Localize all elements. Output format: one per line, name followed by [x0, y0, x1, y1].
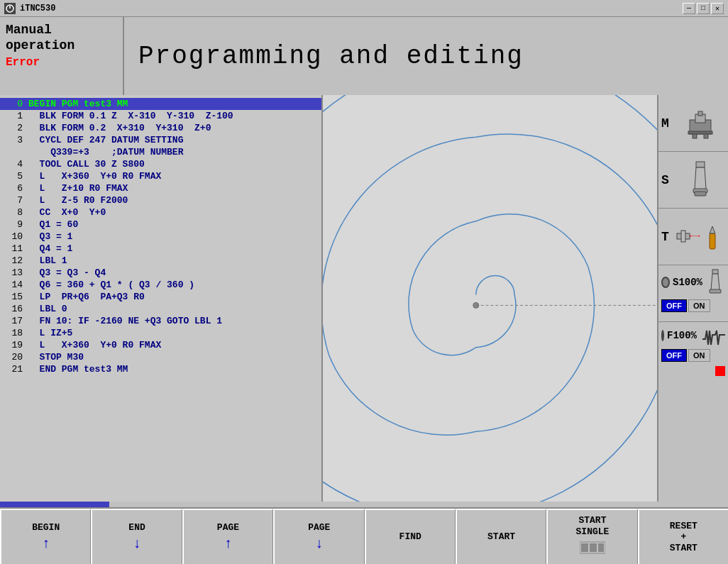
line-number: 2	[3, 123, 23, 133]
code-line[interactable]: 14 Q6 = 360 + Q1 * ( Q3 / 360 )	[0, 279, 321, 291]
code-line[interactable]: 21 END PGM test3 MM	[0, 363, 321, 375]
sidebar-s100-area: S100% OFF ON	[658, 265, 728, 322]
line-text: FN 10: IF -2160 NE +Q3 GOTO LBL 1	[28, 316, 222, 326]
minimize-button[interactable]: —	[683, 3, 695, 14]
s100-icon	[705, 268, 725, 297]
s100-buttons: OFF ON	[661, 299, 725, 312]
line-number: 15	[3, 292, 23, 302]
s100-off-button[interactable]: OFF	[661, 299, 687, 312]
start-label: START	[487, 531, 515, 543]
line-text: L X+360 Y+0 R0 FMAX	[28, 171, 161, 182]
code-line[interactable]: 11 Q4 = 1	[0, 243, 321, 255]
line-text: LBL 1	[28, 255, 67, 266]
line-number: 17	[3, 316, 23, 326]
f100-icon	[700, 325, 728, 346]
title-area: Programming and editing	[124, 17, 728, 95]
left-panel: Manual operation Error	[0, 17, 124, 95]
s100-top: S100%	[661, 268, 725, 297]
f100-on-button[interactable]: ON	[688, 349, 710, 362]
code-line[interactable]: 2 BLK FORM 0.2 X+310 Y+310 Z+0	[0, 122, 321, 134]
line-text: Q3 = 1	[28, 231, 72, 242]
s100-knob[interactable]	[661, 277, 670, 288]
code-line[interactable]: 3 CYCL DEF 247 DATUM SETTING	[0, 134, 321, 146]
maximize-button[interactable]: □	[697, 3, 710, 14]
line-text: STOP M30	[28, 352, 84, 363]
line-number: 4	[3, 159, 23, 170]
line-text: BLK FORM 0.2 X+310 Y+310 Z+0	[28, 123, 211, 133]
code-line[interactable]: 9 Q1 = 60	[0, 219, 321, 231]
code-panel[interactable]: 0BEGIN PGM test3 MM1 BLK FORM 0.1 Z X-31…	[0, 95, 323, 502]
end-label: END	[128, 522, 145, 533]
error-label: Error	[6, 56, 117, 69]
line-text: CC X+0 Y+0	[28, 207, 106, 218]
f100-buttons: OFF ON	[661, 349, 725, 362]
start-single-button[interactable]: STARTSINGLE	[546, 509, 637, 564]
close-button[interactable]: ✕	[711, 3, 724, 14]
svg-marker-18	[710, 226, 715, 233]
code-line[interactable]: 0BEGIN PGM test3 MM	[0, 98, 321, 110]
svg-rect-23	[590, 543, 597, 552]
sidebar-m-item: M	[658, 95, 728, 152]
s100-on-button[interactable]: ON	[688, 299, 710, 312]
line-number: 9	[3, 219, 23, 230]
line-number: 11	[3, 243, 23, 254]
f100-off-button[interactable]: OFF	[661, 349, 687, 362]
begin-button[interactable]: BEGIN ↑	[0, 509, 91, 564]
find-label: FIND	[399, 531, 421, 543]
code-line[interactable]: 6 L Z+10 R0 FMAX	[0, 182, 321, 194]
code-line[interactable]: 12 LBL 1	[0, 255, 321, 267]
start-button[interactable]: START	[456, 509, 546, 564]
line-text: LP PR+Q6 PA+Q3 R0	[28, 292, 145, 302]
line-number: 16	[3, 304, 23, 314]
start-single-icon	[580, 541, 605, 559]
line-text: END PGM test3 MM	[28, 364, 128, 375]
svg-rect-10	[688, 131, 712, 134]
app-icon	[4, 3, 16, 14]
code-line[interactable]: 1 BLK FORM 0.1 Z X-310 Y-310 Z-100	[0, 110, 321, 122]
page-up-label: PAGE	[217, 522, 239, 533]
svg-rect-7	[698, 111, 702, 116]
line-number: 6	[3, 183, 23, 194]
start-single-label: STARTSINGLE	[576, 515, 610, 537]
svg-rect-19	[712, 270, 718, 274]
spindle-icon	[675, 160, 725, 199]
app-title: iTNC530	[20, 4, 55, 13]
code-line[interactable]: 18 L IZ+5	[0, 327, 321, 339]
content-area: 0BEGIN PGM test3 MM1 BLK FORM 0.1 Z X-31…	[0, 95, 728, 502]
code-line[interactable]: Q339=+3 ;DATUM NUMBER	[0, 146, 321, 158]
sidebar-m-label: M	[661, 116, 675, 131]
code-line[interactable]: 15 LP PR+Q6 PA+Q3 R0	[0, 291, 321, 303]
code-line[interactable]: 8 CC X+0 Y+0	[0, 206, 321, 219]
code-line[interactable]: 19 L X+360 Y+0 R0 FMAX	[0, 339, 321, 351]
code-line[interactable]: 4 TOOL CALL 30 Z S800	[0, 158, 321, 170]
sidebar-s-label: S	[661, 173, 675, 187]
code-line[interactable]: 10 Q3 = 1	[0, 231, 321, 243]
line-number: 10	[3, 231, 23, 242]
code-line[interactable]: 17 FN 10: IF -2160 NE +Q3 GOTO LBL 1	[0, 315, 321, 327]
svg-rect-13	[695, 192, 706, 196]
line-text: Q3 = Q3 - Q4	[28, 267, 106, 278]
page-down-button[interactable]: PAGE ↓	[273, 509, 364, 564]
progress-bar	[0, 502, 728, 507]
titlebar-left: iTNC530	[4, 3, 55, 14]
code-line[interactable]: 7 L Z-5 R0 F2000	[0, 194, 321, 206]
sidebar-t-item: T ←→	[658, 209, 728, 265]
reset-start-button[interactable]: RESET+START	[638, 509, 728, 564]
code-line[interactable]: 13 Q3 = Q3 - Q4	[0, 267, 321, 279]
line-number: 21	[3, 364, 23, 375]
line-number: 18	[3, 328, 23, 338]
f100-knob[interactable]	[661, 330, 664, 341]
line-text: L Z-5 R0 F2000	[28, 195, 128, 206]
code-line[interactable]: 20 STOP M30	[0, 351, 321, 363]
sidebar-t-label: T	[661, 230, 675, 244]
red-indicator	[715, 366, 725, 376]
code-line[interactable]: 16 LBL 0	[0, 303, 321, 315]
page-up-button[interactable]: PAGE ↑	[182, 509, 273, 564]
mode-label: Manual operation	[6, 23, 117, 53]
find-button[interactable]: FIND	[365, 509, 456, 564]
svg-rect-11	[696, 162, 705, 167]
end-button[interactable]: END ↓	[91, 509, 182, 564]
sidebar-s-item: S	[658, 152, 728, 209]
code-line[interactable]: 5 L X+360 Y+0 R0 FMAX	[0, 170, 321, 182]
f100-label: F100%	[667, 330, 697, 341]
